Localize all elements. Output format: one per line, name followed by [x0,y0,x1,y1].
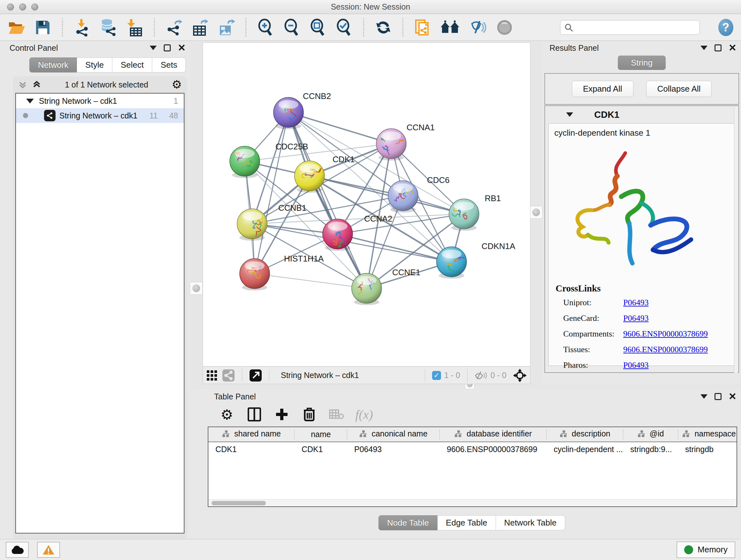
float-panel-icon[interactable] [715,393,722,400]
maximize-window-icon[interactable] [31,3,38,10]
right-splitter[interactable] [530,42,542,389]
column-header[interactable]: shared name [208,427,294,442]
crosslink-link[interactable]: P06493 [623,361,649,370]
minimize-window-icon[interactable] [19,3,26,10]
network-node-hist1h1a[interactable]: HIST1H1A [240,254,324,291]
node-table[interactable]: shared name name canonical name database… [208,427,737,507]
network-edge[interactable] [288,112,391,144]
column-header[interactable]: canonical name [347,427,440,442]
network-badge-icon[interactable] [222,369,235,382]
string-glass-button[interactable] [469,18,487,37]
fit-content-icon[interactable] [513,368,527,382]
hidden-eye-icon[interactable] [475,371,487,380]
string-structures-button[interactable] [495,18,514,37]
string-home-button[interactable] [440,18,461,37]
column-header[interactable]: @id [623,427,678,442]
panel-menu-icon[interactable] [700,46,708,50]
tab-sets[interactable]: Sets [152,57,186,72]
float-panel-icon[interactable] [715,44,722,51]
cell-name[interactable]: CDK1 [294,442,347,456]
network-row[interactable]: String Network – cdk1 11 48 [16,108,184,123]
memory-button[interactable]: Memory [677,542,735,558]
column-header[interactable]: database identifier [440,427,547,442]
cloud-status-button[interactable] [6,542,29,558]
collapse-all-networks-icon[interactable] [32,80,42,89]
close-window-icon[interactable] [7,3,14,10]
close-panel-icon[interactable]: ✕ [729,392,737,401]
create-column-button[interactable] [274,407,289,422]
cell-description[interactable]: cyclin-dependent ... [547,442,623,456]
warnings-button[interactable] [37,542,60,558]
network-options-gear-icon[interactable]: ⚙ [172,79,182,90]
network-graph[interactable]: CCNB2CCNA1CDC25BCDK1CDC6RB1CCNB1CCNA2CDK… [203,43,530,366]
network-collection-row[interactable]: String Network – cdk1 1 [16,94,184,108]
collapse-icon[interactable] [26,99,34,104]
tab-node-table[interactable]: Node Table [379,515,437,530]
open-session-button[interactable] [8,18,25,37]
zoom-out-button[interactable] [283,18,300,37]
import-network-file-button[interactable] [73,18,91,37]
left-splitter[interactable] [191,42,203,389]
export-network-button[interactable] [165,18,183,37]
save-session-button[interactable] [34,18,52,37]
results-scrollbar[interactable] [734,107,738,373]
import-table-file-button[interactable] [125,18,143,37]
crosslink-link[interactable]: P06493 [623,314,649,323]
scroll-thumb[interactable] [212,501,266,505]
detach-view-icon[interactable] [249,369,262,382]
tab-network-table[interactable]: Network Table [496,515,565,530]
crosslink-link[interactable]: 9606.ENSP00000378699 [623,329,708,339]
network-node-ccnb2[interactable]: CCNB2 [273,91,331,129]
close-panel-icon[interactable]: ✕ [729,43,737,53]
cell-id[interactable]: stringdb:9... [623,442,678,456]
function-builder-button[interactable]: f(x) [356,407,372,422]
network-node-ccna1[interactable]: CCNA1 [376,123,434,161]
table-horizontal-scrollbar[interactable] [208,499,737,506]
crosslink-link[interactable]: 9606.ENSP00000378699 [623,345,708,354]
panel-menu-icon[interactable] [150,46,157,50]
apply-layout-button[interactable] [374,18,392,37]
toolbar-search[interactable] [560,20,700,35]
crosslink-link[interactable]: P06493 [623,298,649,307]
network-edge[interactable] [255,273,367,288]
expand-all-button[interactable]: Expand All [572,81,633,97]
network-edge[interactable] [255,112,288,273]
tab-edge-table[interactable]: Edge Table [437,515,496,530]
float-panel-icon[interactable] [164,44,171,51]
zoom-selected-button[interactable] [335,18,353,37]
cell-canonical-name[interactable]: P06493 [347,442,440,456]
zoom-in-button[interactable] [257,18,274,37]
string-import-button[interactable] [414,18,431,37]
column-header[interactable]: namespace [678,427,737,442]
selected-checkbox-icon[interactable]: ✓ [432,371,441,380]
cell-shared-name[interactable]: CDK1 [208,442,294,456]
network-node-cdkn1a[interactable]: CDKN1A [436,241,515,279]
network-canvas[interactable]: CCNB2CCNA1CDC25BCDK1CDC6RB1CCNB1CCNA2CDK… [203,43,530,367]
column-header[interactable]: name [294,427,347,442]
export-table-button[interactable] [191,18,209,37]
help-button[interactable]: ? [718,19,733,36]
export-image-button[interactable] [217,18,235,37]
delete-table-button[interactable] [329,407,344,422]
collapse-section-icon[interactable] [566,112,573,117]
close-panel-icon[interactable]: ✕ [178,43,186,53]
tab-network[interactable]: Network [29,57,77,72]
tab-select[interactable]: Select [112,57,152,72]
column-header[interactable]: description [547,427,623,442]
search-input[interactable] [576,23,696,32]
delete-column-button[interactable] [301,407,317,422]
network-node-rb1[interactable]: RB1 [449,193,501,231]
tab-string[interactable]: String [618,56,666,70]
cell-namespace[interactable]: stringdb [678,442,737,456]
expand-all-networks-icon[interactable] [18,80,27,89]
right-splitter-handle[interactable] [530,206,542,219]
window-controls[interactable] [7,3,38,10]
cell-database-identifier[interactable]: 9606.ENSP00000378699 [440,442,547,456]
show-columns-button[interactable] [247,407,262,422]
grid-mode-icon[interactable] [206,370,218,381]
zoom-fit-button[interactable] [309,18,327,37]
collapse-all-button[interactable]: Collapse All [646,81,712,97]
tab-style[interactable]: Style [77,57,112,72]
left-splitter-handle[interactable] [190,282,203,295]
import-network-database-button[interactable] [99,18,117,37]
